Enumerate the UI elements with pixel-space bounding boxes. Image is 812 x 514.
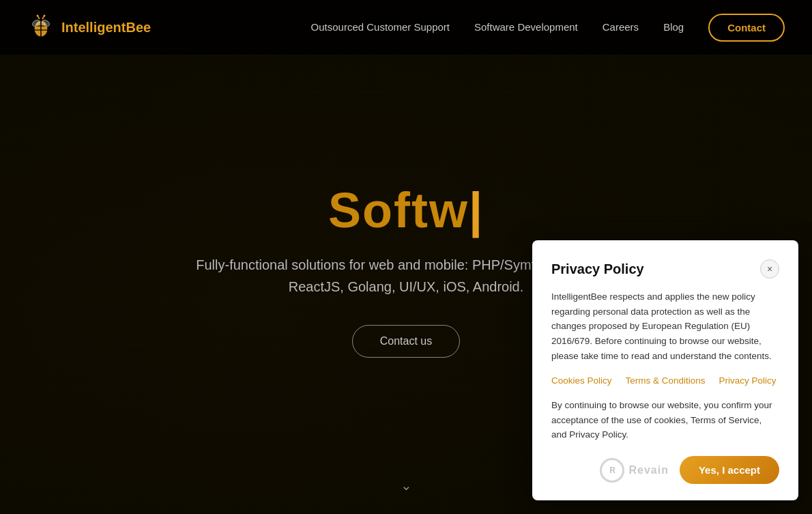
nav-item-outsourced[interactable]: Outsourced Customer Support [311,21,450,33]
modal-body-text: IntelligentBee respects and applies the … [551,289,779,363]
revain-label: Revain [628,464,668,476]
scroll-down-arrow: ⌄ [401,477,412,494]
logo-text: IntelligentBee [61,20,151,35]
nav-link-blog[interactable]: Blog [663,21,684,33]
hero-title: Softw [328,184,484,238]
bee-logo-icon [27,14,55,41]
modal-title: Privacy Policy [551,261,644,277]
logo-link[interactable]: IntelligentBee [27,14,151,41]
modal-links: Cookies Policy Terms & Conditions Privac… [551,375,779,386]
accept-button[interactable]: Yes, I accept [680,456,779,484]
hero-contact-button[interactable]: Contact us [352,325,460,358]
nav-item-careers[interactable]: Careers [603,21,639,33]
nav-link-careers[interactable]: Careers [603,21,639,33]
svg-point-10 [44,15,46,17]
nav-link-software[interactable]: Software Development [474,21,578,33]
nav-link-outsourced[interactable]: Outsourced Customer Support [311,21,450,33]
terms-conditions-link[interactable]: Terms & Conditions [626,375,706,386]
privacy-policy-modal: Privacy Policy × IntelligentBee respects… [532,240,798,500]
privacy-policy-link[interactable]: Privacy Policy [719,375,777,386]
modal-header: Privacy Policy × [551,259,779,279]
modal-footer: R Revain Yes, I accept [551,456,779,484]
nav-item-blog[interactable]: Blog [663,21,684,33]
hero-subtitle-line2: ReactJS, Golang, UI/UX, iOS, Android. [289,279,524,294]
modal-accept-text: By continuing to browse our website, you… [551,398,779,442]
cookies-policy-link[interactable]: Cookies Policy [551,375,612,386]
nav-menu: Outsourced Customer Support Software Dev… [311,14,785,42]
navbar: IntelligentBee Outsourced Customer Suppo… [0,0,812,55]
svg-point-9 [37,15,39,17]
modal-close-button[interactable]: × [760,259,779,279]
nav-item-software[interactable]: Software Development [474,21,578,33]
revain-logo-icon: R [600,458,624,483]
nav-contact-button[interactable]: Contact [708,14,785,42]
revain-badge: R Revain [600,458,668,483]
